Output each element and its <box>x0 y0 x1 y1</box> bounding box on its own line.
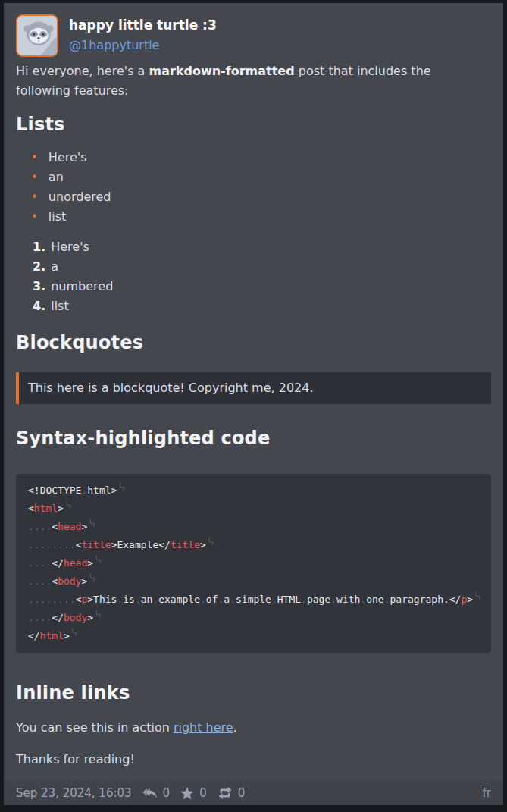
heading-code: Syntax-highlighted code <box>16 427 491 450</box>
avatar[interactable] <box>16 14 58 57</box>
post-header: happy little turtle :3 @1happyturtle <box>4 3 503 57</box>
heading-inline-links: Inline links <box>16 682 491 704</box>
bullet-icon: • <box>31 171 38 184</box>
timestamp: Sep 23, 2024, 16:03 <box>16 786 132 800</box>
line-feed-symbol: LF <box>208 539 215 548</box>
thanks-paragraph: Thanks for reading! <box>16 750 491 770</box>
sloth-avatar-image <box>17 16 58 57</box>
intro-paragraph: Hi everyone, here's a markdown-formatted… <box>16 61 474 101</box>
author-handle[interactable]: @1happyturtle <box>69 37 217 54</box>
reply-icon <box>142 788 158 799</box>
favourite-count: 0 <box>199 786 207 800</box>
bullet-icon: • <box>31 151 38 165</box>
line-feed-symbol: LF <box>89 521 96 530</box>
post-card: happy little turtle :3 @1happyturtle Hi … <box>4 3 503 805</box>
list-item: •unordered <box>31 187 491 207</box>
links-text-pre: You can see this in action <box>16 720 174 735</box>
heading-lists: Lists <box>16 113 491 136</box>
unordered-list: •Here's•an•unordered•list <box>16 148 491 227</box>
list-item: •an <box>31 168 491 187</box>
intro-text-bold: markdown-formatted <box>149 64 294 78</box>
code-block: <!DOCTYPE.html>LF<html>LF....<head>LF...… <box>16 474 491 653</box>
line-feed-symbol: LF <box>89 575 96 585</box>
heading-blockquotes: Blockquotes <box>16 331 491 354</box>
line-feed-symbol: LF <box>95 557 102 566</box>
author-display-name[interactable]: happy little turtle :3 <box>69 17 217 33</box>
favourite-button[interactable]: 0 <box>180 786 207 800</box>
reply-count: 0 <box>163 786 171 800</box>
links-text-post: . <box>233 720 237 735</box>
list-item: •Here's <box>31 148 491 168</box>
line-feed-symbol: LF <box>72 630 79 639</box>
list-item: 1.Here's <box>33 237 491 257</box>
reply-button[interactable]: 0 <box>142 786 171 800</box>
line-feed-symbol: LF <box>95 612 102 621</box>
boost-count: 0 <box>238 786 246 800</box>
post-content: Hi everyone, here's a markdown-formatted… <box>4 57 503 770</box>
bullet-icon: • <box>31 190 38 204</box>
boost-button[interactable]: 0 <box>218 786 246 800</box>
author-meta: happy little turtle :3 @1happyturtle <box>69 14 217 54</box>
language-tag: fr <box>483 786 491 800</box>
bullet-icon: • <box>31 210 38 224</box>
line-feed-symbol: LF <box>119 484 126 494</box>
blockquote: This here is a blockquote! Copyright me,… <box>16 372 491 404</box>
right-here-link[interactable]: right here <box>174 720 233 735</box>
post-footer: Sep 23, 2024, 16:03 0 0 0 fr <box>4 781 503 805</box>
list-item: 4.list <box>33 296 491 316</box>
boost-icon <box>218 787 233 799</box>
line-feed-symbol: LF <box>66 503 73 512</box>
ordered-list: 1.Here's2.a3.numbered4.list <box>16 237 491 316</box>
list-item: 2.a <box>33 257 491 277</box>
list-item: •list <box>31 207 491 227</box>
links-paragraph: You can see this in action right here. <box>16 718 491 738</box>
star-icon <box>180 787 194 800</box>
intro-text-pre: Hi everyone, here's a <box>16 64 149 78</box>
list-item: 3.numbered <box>33 277 491 296</box>
line-feed-symbol: LF <box>475 594 482 603</box>
